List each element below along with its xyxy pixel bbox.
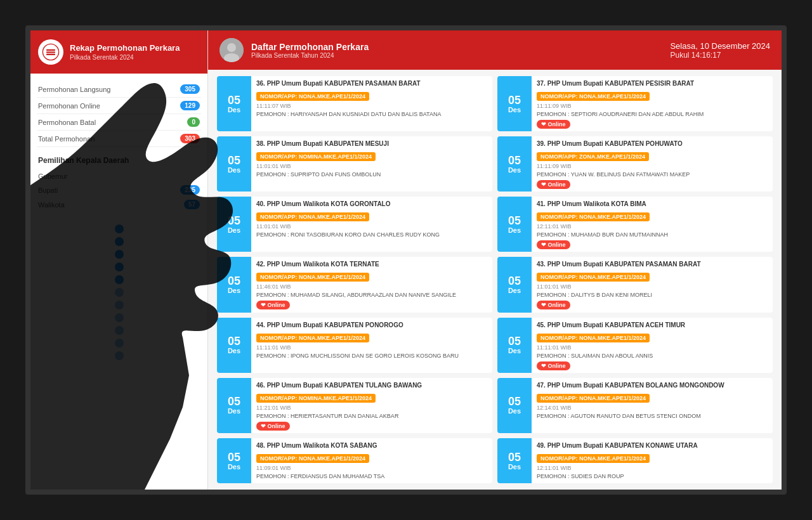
svg-rect-2 <box>46 51 55 53</box>
card-body-8: 44. PHP Umum Bupati KABUPATEN PONOROGO N… <box>251 318 492 373</box>
card-item-9[interactable]: 05 Des 45. PHP Umum Bupati KABUPATEN ACE… <box>497 318 773 373</box>
dot-6[interactable] <box>115 288 124 297</box>
dot-4[interactable] <box>115 263 124 271</box>
dot-10[interactable] <box>115 339 124 348</box>
stat-label-batal: Permohonan Batal <box>38 119 96 126</box>
card-item-6[interactable]: 05 Des 42. PHP Umum Walikota KOTA TERNAT… <box>217 257 492 312</box>
card-nomor-1: NOMOR/APP: NONA.MKE.APE1/1/2024 <box>537 92 650 101</box>
card-time-12: 11:09:01 WIB <box>256 465 487 471</box>
dot-11[interactable] <box>115 351 124 360</box>
card-nomor-11: NOMOR/APP: NONA.MKE.APE1/1/2024 <box>537 394 650 403</box>
card-nomor-0: NOMOR/APP: NONA.MKE.APE1/1/2024 <box>256 92 369 101</box>
card-date-1: 05 Des <box>497 76 532 131</box>
main-area: Daftar Permohonan Perkara Pilkada Serent… <box>208 30 782 490</box>
card-title-5: 41. PHP Umum Walikota KOTA BIMA <box>537 200 768 208</box>
pagination-dots <box>37 218 201 367</box>
card-date-month-1: Des <box>508 106 521 114</box>
dot-7[interactable] <box>115 301 124 309</box>
card-title-6: 42. PHP Umum Walikota KOTA TERNATE <box>256 261 487 268</box>
card-item-11[interactable]: 05 Des 47. PHP Umum Bupati KABUPATEN BOL… <box>497 378 773 433</box>
sidebar-content: Permohonan Langsung 305 Permohonan Onlin… <box>30 74 207 490</box>
card-date-day-7: 05 <box>508 275 521 287</box>
card-date-9: 05 Des <box>497 318 532 373</box>
stat-row-total: Total Permohonan 303 <box>37 131 201 147</box>
card-date-month-7: Des <box>508 287 521 294</box>
sub-label-bupati: Bupati <box>38 186 58 194</box>
card-body-12: 48. PHP Umum Walikota KOTA SABANG NOMOR/… <box>251 438 492 483</box>
header-time: Pukul 14:16:17 <box>670 51 770 60</box>
sidebar-subtitle: Pilkada Serentak 2024 <box>70 54 180 61</box>
card-title-10: 46. PHP Umum Bupati KABUPATEN TULANG BAW… <box>256 382 487 389</box>
card-date-11: 05 Des <box>497 378 532 433</box>
card-nomor-13: NOMOR/APP: NONA.MKE.APE1/1/2024 <box>537 454 650 463</box>
card-item-12[interactable]: 05 Des 48. PHP Umum Walikota KOTA SABANG… <box>217 438 492 483</box>
card-body-11: 47. PHP Umum Bupati KABUPATEN BOLAANG MO… <box>532 378 773 433</box>
card-date-day-10: 05 <box>228 396 240 407</box>
card-nomor-10: NOMOR/APP: NOMINA.MKE.APE1/1/2024 <box>256 394 376 403</box>
main-header-avatar <box>219 38 244 62</box>
card-date-month-11: Des <box>508 407 521 415</box>
card-pemohon-1: PEMOHON : SEPTIORI AOUDRANERI DAN ADE AB… <box>537 111 768 117</box>
header-date: Selasa, 10 Desember 2024 <box>670 41 770 51</box>
stat-value-total: 303 <box>180 134 200 143</box>
card-date-month-6: Des <box>228 287 240 294</box>
sub-value-walikota: 57 <box>184 200 200 209</box>
sidebar: Rekap Permohonan Perkara Pilkada Serenta… <box>30 30 208 490</box>
card-date-day-3: 05 <box>508 155 521 166</box>
card-time-10: 11:21:01 WIB <box>256 405 487 411</box>
dot-5[interactable] <box>115 275 124 284</box>
card-item-13[interactable]: 05 Des 49. PHP Umum Bupati KABUPATEN KON… <box>497 438 773 483</box>
status-badge-5: ❤ Online <box>537 240 570 249</box>
dot-3[interactable] <box>115 250 124 259</box>
card-body-2: 38. PHP Umum Bupati KABUPATEN MESUJI NOM… <box>251 136 492 192</box>
card-body-13: 49. PHP Umum Bupati KABUPATEN KONAWE UTA… <box>532 438 773 483</box>
main-header: Daftar Permohonan Perkara Pilkada Serent… <box>208 30 782 70</box>
card-date-6: 05 Des <box>217 257 251 312</box>
card-title-2: 38. PHP Umum Bupati KABUPATEN MESUJI <box>256 140 487 148</box>
card-title-1: 37. PHP Umum Bupati KABUPATEN PESISIR BA… <box>537 80 768 88</box>
card-date-day-6: 05 <box>228 275 240 287</box>
sidebar-title: Rekap Permohonan Perkara <box>70 43 180 54</box>
card-date-13: 05 Des <box>497 438 532 483</box>
status-badge-3: ❤ Online <box>537 180 570 189</box>
card-item-8[interactable]: 05 Des 44. PHP Umum Bupati KABUPATEN PON… <box>217 318 492 373</box>
card-nomor-2: NOMOR/APP: NOMINA.MKE.APE1/1/2024 <box>256 152 376 161</box>
dot-8[interactable] <box>115 313 124 322</box>
card-date-month-10: Des <box>228 407 240 415</box>
card-item-5[interactable]: 05 Des 41. PHP Umum Walikota KOTA BIMA N… <box>497 197 773 252</box>
card-time-9: 11:11:01 WIB <box>537 344 768 351</box>
card-nomor-3: NOMOR/APP: ZONA.MKE.APE1/1/2024 <box>537 152 649 161</box>
status-badge-7: ❤ Online <box>537 301 570 309</box>
card-title-9: 45. PHP Umum Bupati KABUPATEN ACEH TIMUR <box>537 322 768 329</box>
card-time-7: 11:01:01 WIB <box>537 283 768 290</box>
card-body-9: 45. PHP Umum Bupati KABUPATEN ACEH TIMUR… <box>532 318 773 373</box>
card-item-7[interactable]: 05 Des 43. PHP Umum Bupati KABUPATEN PAS… <box>497 257 773 312</box>
card-pemohon-5: PEMOHON : MUHAMAD BUR DAN MUTMAINNAH <box>537 231 768 238</box>
card-item-4[interactable]: 05 Des 40. PHP Umum Walikota KOTA GORONT… <box>217 197 492 252</box>
dot-1[interactable] <box>115 224 124 233</box>
card-pemohon-6: PEMOHON : MUHAMAD SILANGI, ABDURRAAZLAN … <box>256 292 487 298</box>
stat-value-online: 129 <box>180 101 200 110</box>
card-pemohon-3: PEMOHON : YUAN W. BELINUS DAN FATMAWATI … <box>537 171 768 178</box>
card-time-2: 11:01:01 WIB <box>256 163 487 169</box>
card-item-2[interactable]: 05 Des 38. PHP Umum Bupati KABUPATEN MES… <box>217 136 492 192</box>
sub-row-gubernur: Gubernur <box>37 170 201 183</box>
card-date-day-0: 05 <box>228 94 240 106</box>
card-title-7: 43. PHP Umum Bupati KABUPATEN PASAMAN BA… <box>537 261 768 268</box>
card-title-11: 47. PHP Umum Bupati KABUPATEN BOLAANG MO… <box>537 382 768 389</box>
status-badge-10: ❤ Online <box>256 422 290 431</box>
card-date-month-13: Des <box>508 463 521 471</box>
card-pemohon-9: PEMOHON : SULAIMAN DAN ABOUL ANNIS <box>537 353 768 359</box>
stat-row-online: Permohonan Online 129 <box>37 98 201 114</box>
dot-2[interactable] <box>115 237 124 246</box>
card-item-0[interactable]: 05 Des 36. PHP Umum Bupati KABUPATEN PAS… <box>217 76 492 131</box>
card-nomor-9: NOMOR/APP: NONA.MKE.APE1/1/2024 <box>537 334 650 342</box>
card-date-month-5: Des <box>508 226 521 234</box>
card-item-10[interactable]: 05 Des 46. PHP Umum Bupati KABUPATEN TUL… <box>217 378 492 433</box>
main-header-subtitle: Pilkada Serentak Tahun 2024 <box>251 52 369 59</box>
card-item-1[interactable]: 05 Des 37. PHP Umum Bupati KABUPATEN PES… <box>497 76 773 131</box>
card-nomor-6: NOMOR/APP: NONA.MKE.APE1/1/2024 <box>256 273 369 282</box>
dot-9[interactable] <box>115 326 124 335</box>
card-body-0: 36. PHP Umum Bupati KABUPATEN PASAMAN BA… <box>251 76 492 131</box>
card-item-3[interactable]: 05 Des 39. PHP Umum Bupati KABUPATEN POH… <box>497 136 773 192</box>
